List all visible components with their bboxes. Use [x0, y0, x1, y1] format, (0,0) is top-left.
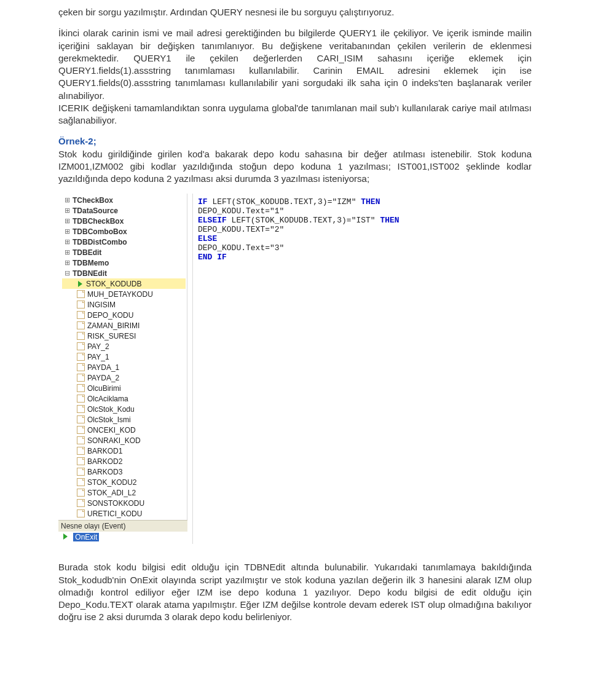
- tree-leaf[interactable]: MUH_DETAYKODU: [62, 289, 186, 299]
- tree-leaf[interactable]: ONCEKI_KOD: [62, 425, 186, 435]
- ide-left-column: ⊞TCheckBox ⊞TDataSource ⊞TDBCheckBox ⊞TD…: [58, 194, 187, 544]
- tree-node[interactable]: ⊞TDBMemo: [62, 258, 186, 268]
- event-row[interactable]: OnExit: [58, 532, 187, 544]
- expand-icon[interactable]: ⊞: [63, 217, 71, 225]
- tree-node-label: TDataSource: [73, 206, 118, 215]
- expand-icon[interactable]: ⊞: [63, 259, 71, 267]
- expand-icon[interactable]: ⊞: [63, 227, 71, 235]
- tree-leaf[interactable]: OlcStok_Ismi: [62, 414, 186, 425]
- document-icon: [77, 509, 85, 517]
- document-icon: [77, 332, 85, 340]
- tree-leaf-label: STOK_ADI_L2: [87, 489, 136, 497]
- code-kw: THEN: [380, 216, 399, 225]
- tree-leaf-label: STOK_KODUDB: [86, 280, 141, 288]
- event-selected[interactable]: OnExit: [73, 533, 99, 541]
- document-icon: [77, 311, 85, 319]
- selected-arrow-icon: [63, 533, 68, 540]
- document-icon: [77, 478, 85, 486]
- code-text: LEFT(STOK_KODUDB.TEXT,3)="IST": [227, 216, 380, 225]
- ide-screenshot: ⊞TCheckBox ⊞TDataSource ⊞TDBCheckBox ⊞TD…: [58, 194, 532, 544]
- component-tree[interactable]: ⊞TCheckBox ⊞TDataSource ⊞TDBCheckBox ⊞TD…: [58, 194, 187, 520]
- code-kw: THEN: [361, 197, 380, 206]
- paragraph-3-text: ICERIK değişkeni tamamlandıktan sonra uy…: [58, 103, 532, 125]
- document-icon: [77, 489, 85, 497]
- tree-node[interactable]: ⊞TDBDistCombo: [62, 237, 186, 247]
- expand-icon[interactable]: ⊞: [63, 206, 71, 214]
- tree-leaf[interactable]: BARKOD1: [62, 446, 186, 456]
- document-icon: [77, 301, 85, 309]
- tree-node[interactable]: ⊞TCheckBox: [62, 195, 186, 205]
- tree-node[interactable]: ⊞TDBCheckBox: [62, 216, 186, 226]
- expand-icon[interactable]: ⊞: [63, 248, 71, 256]
- tree-node-label: TDBComboBox: [73, 227, 127, 236]
- tree-leaf[interactable]: BARKOD3: [62, 466, 186, 477]
- tree-leaf[interactable]: SONRAKI_KOD: [62, 435, 186, 446]
- tree-leaf-label: URETICI_KODU: [87, 509, 142, 518]
- tree-node[interactable]: ⊞TDataSource: [62, 205, 186, 216]
- tree-leaf-label: PAYDA_2: [87, 374, 119, 382]
- tree-leaf[interactable]: SONSTOKKODU: [62, 498, 186, 508]
- code-kw: IF: [198, 197, 208, 206]
- tree-leaf-label: INGISIM: [87, 301, 116, 309]
- tree-leaf-label: OlcAciklama: [87, 395, 128, 403]
- document-page: çeken bir sorgu yazılmıştır. Ardından QU…: [0, 0, 590, 657]
- document-icon: [77, 342, 85, 350]
- tree-leaf[interactable]: INGISIM: [62, 299, 186, 310]
- document-icon: [77, 415, 85, 423]
- tree-leaf-label: BARKOD2: [87, 457, 122, 466]
- code-kw: END IF: [198, 253, 227, 262]
- document-icon: [77, 426, 85, 434]
- selected-arrow-icon: [78, 281, 82, 287]
- paragraph-1: çeken bir sorgu yazılmıştır. Ardından QU…: [58, 6, 532, 18]
- expand-icon[interactable]: ⊞: [63, 196, 71, 204]
- document-icon: [77, 395, 85, 403]
- tree-leaf[interactable]: OlcuBirimi: [62, 383, 186, 393]
- document-icon: [77, 499, 85, 507]
- tree-leaf[interactable]: RISK_SURESI: [62, 331, 186, 341]
- tree-leaf-label: OlcStok_Kodu: [87, 405, 135, 414]
- tree-leaf[interactable]: PAY_2: [62, 341, 186, 352]
- tree-leaf-label: SONRAKI_KOD: [87, 436, 141, 445]
- tree-leaf[interactable]: OlcStok_Kodu: [62, 404, 186, 414]
- tree-leaf[interactable]: BARKOD2: [62, 456, 186, 466]
- collapse-icon[interactable]: ⊟: [63, 269, 71, 277]
- tree-node[interactable]: ⊞TDBEdit: [62, 247, 186, 258]
- document-icon: [77, 447, 85, 455]
- tree-leaf[interactable]: DEPO_KODU: [62, 310, 186, 320]
- document-icon: [77, 374, 85, 382]
- code-kw: ELSE: [198, 234, 217, 243]
- tree-leaf[interactable]: STOK_ADI_L2: [62, 487, 186, 498]
- tree-leaf[interactable]: OlcAciklama: [62, 393, 186, 404]
- tree-leaf-label: ZAMAN_BIRIMI: [87, 321, 140, 330]
- document-icon: [77, 321, 85, 329]
- tree-node-label: TDBDistCombo: [73, 238, 127, 246]
- tree-node-label: TDBMemo: [73, 259, 109, 267]
- code-editor[interactable]: IF LEFT(STOK_KODUDB.TEXT,3)="IZM" THEN D…: [192, 194, 532, 544]
- tree-node[interactable]: ⊞TDBComboBox: [62, 226, 186, 237]
- tree-leaf[interactable]: STOK_KODU2: [62, 477, 186, 487]
- document-icon: [77, 405, 85, 413]
- tree-node-expanded[interactable]: ⊟TDBNEdit: [62, 268, 186, 278]
- document-icon: [77, 468, 85, 476]
- tree-node-label: TDBNEdit: [73, 269, 107, 278]
- expand-icon[interactable]: ⊞: [63, 238, 71, 246]
- tree-leaf-label: SONSTOKKODU: [87, 499, 144, 508]
- paragraph-2: İkinci olarak carinin ismi ve mail adres…: [58, 27, 532, 127]
- tree-leaf-label: ONCEKI_KOD: [87, 426, 136, 435]
- tree-leaf[interactable]: PAYDA_1: [62, 362, 186, 372]
- tree-leaf[interactable]: PAY_1: [62, 352, 186, 362]
- tree-leaf-selected[interactable]: STOK_KODUDB: [62, 278, 186, 289]
- tree-leaf[interactable]: PAYDA_2: [62, 372, 186, 383]
- tree-node-label: TDBEdit: [73, 248, 101, 257]
- tree-leaf-label: PAYDA_1: [87, 363, 119, 372]
- code-kw: ELSEIF: [198, 216, 227, 225]
- tree-leaf[interactable]: URETICI_KODU: [62, 508, 186, 519]
- paragraph-5: Burada stok kodu bilgisi edit olduğu içi…: [58, 561, 532, 623]
- tree-node-label: TCheckBox: [73, 196, 113, 205]
- paragraph-4-text: Stok kodu girildiğinde girilen kod'a bak…: [58, 149, 532, 184]
- document-icon: [77, 384, 85, 392]
- document-icon: [77, 457, 85, 465]
- example-2-block: Örnek-2; Stok kodu girildiğinde girilen …: [58, 135, 532, 185]
- tree-leaf[interactable]: ZAMAN_BIRIMI: [62, 320, 186, 331]
- tree-leaf-label: OlcStok_Ismi: [87, 415, 131, 424]
